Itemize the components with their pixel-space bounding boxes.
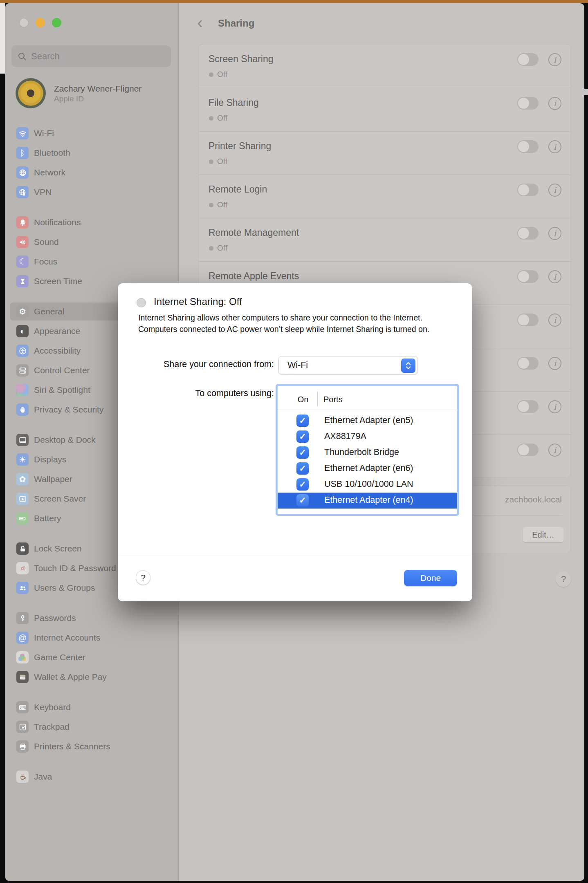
port-row-en4-selected[interactable]: ✓ Ethernet Adapter (en4)	[278, 493, 457, 509]
info-icon[interactable]: i	[548, 53, 561, 66]
service-toggle[interactable]	[517, 314, 539, 326]
info-icon[interactable]: i	[548, 444, 561, 457]
service-row-printer-sharing: Printer Sharing Off i	[199, 131, 570, 175]
fingerprint-icon	[16, 562, 29, 574]
status-dot	[209, 72, 213, 77]
sidebar-item-trackpad[interactable]: Trackpad	[5, 717, 179, 737]
service-row-remote-management: Remote Management Off i	[199, 218, 570, 261]
sidebar-item-label: Passwords	[34, 613, 76, 623]
avatar	[16, 78, 46, 108]
close-button[interactable]	[19, 18, 29, 27]
info-icon[interactable]: i	[548, 314, 561, 327]
port-row-ax88179a[interactable]: ✓ AX88179A	[278, 429, 457, 445]
column-header-ports: Ports	[323, 395, 343, 404]
info-icon[interactable]: i	[548, 227, 561, 240]
sidebar-item-label: Control Center	[34, 365, 90, 375]
port-row-en6[interactable]: ✓ Ethernet Adapter (en6)	[278, 461, 457, 477]
keyboard-icon	[16, 701, 29, 713]
port-row-thunderbolt-bridge[interactable]: ✓ Thunderbolt Bridge	[278, 445, 457, 461]
java-coffee-icon	[16, 771, 29, 783]
service-toggle[interactable]	[517, 184, 539, 196]
back-chevron-icon[interactable]: ‹	[194, 16, 206, 32]
status-text: Off	[217, 70, 227, 79]
service-toggle[interactable]	[517, 53, 539, 66]
sidebar-item-vpn[interactable]: VPN	[5, 182, 179, 202]
sidebar-item-internet-accounts[interactable]: @ Internet Accounts	[5, 628, 179, 648]
info-icon[interactable]: i	[548, 400, 561, 413]
sidebar-item-keyboard[interactable]: Keyboard	[5, 697, 179, 717]
service-name: Remote Management	[209, 227, 299, 238]
share-from-select[interactable]: Wi-Fi	[278, 356, 418, 374]
vpn-globe-icon	[16, 186, 29, 198]
dialog-title: Internet Sharing: Off	[154, 296, 242, 307]
status-text: Off	[217, 114, 227, 123]
sidebar-item-label: Displays	[34, 455, 66, 464]
desktop-window-icon	[16, 434, 29, 446]
users-icon	[16, 582, 29, 594]
service-toggle[interactable]	[517, 270, 539, 283]
info-icon[interactable]: i	[548, 97, 561, 110]
info-icon[interactable]: i	[548, 184, 561, 197]
service-toggle[interactable]	[517, 400, 539, 413]
sidebar-item-wifi[interactable]: Wi-Fi	[5, 123, 179, 143]
checkbox-checked-icon[interactable]: ✓	[296, 494, 309, 506]
done-button[interactable]: Done	[404, 570, 457, 586]
checkbox-checked-icon[interactable]: ✓	[296, 462, 309, 475]
sidebar-item-network[interactable]: Network	[5, 163, 179, 182]
sidebar-item-java[interactable]: Java	[5, 767, 179, 787]
sidebar-item-game-center[interactable]: Game Center	[5, 648, 179, 667]
checkbox-checked-icon[interactable]: ✓	[296, 446, 309, 459]
sidebar-item-passwords[interactable]: Passwords	[5, 608, 179, 628]
control-center-icon	[16, 364, 29, 377]
select-chevrons-icon	[401, 359, 415, 373]
sun-icon: ☀	[16, 453, 29, 466]
sidebar-item-label: Sound	[34, 237, 59, 247]
sidebar-item-bluetooth[interactable]: ᛒ Bluetooth	[5, 143, 179, 163]
key-icon	[16, 612, 29, 624]
sidebar-item-sound[interactable]: Sound	[5, 232, 179, 252]
sidebar-item-label: Users & Groups	[34, 583, 95, 593]
moon-icon: ☾	[16, 255, 29, 268]
service-toggle[interactable]	[517, 444, 539, 456]
service-toggle[interactable]	[517, 227, 539, 240]
info-icon[interactable]: i	[548, 270, 561, 283]
port-row-en5[interactable]: ✓ Ethernet Adapter (en5)	[278, 413, 457, 429]
siri-icon	[16, 384, 29, 396]
sidebar-item-label: Desktop & Dock	[34, 435, 96, 445]
checkbox-checked-icon[interactable]: ✓	[296, 415, 309, 427]
speaker-icon	[16, 236, 29, 248]
service-toggle[interactable]	[517, 357, 539, 370]
minimize-button[interactable]	[36, 18, 45, 27]
sidebar-item-notifications[interactable]: Notifications	[5, 213, 179, 232]
to-computers-label: To computers using:	[119, 388, 274, 399]
sidebar-item-focus[interactable]: ☾ Focus	[5, 252, 179, 271]
apple-id-row[interactable]: Zachary Wener-Fligner Apple ID	[16, 78, 171, 109]
zoom-button[interactable]	[52, 18, 61, 27]
help-button[interactable]: ?	[556, 571, 571, 587]
sidebar-item-label: Screen Time	[34, 276, 82, 286]
background-scrollbar-notch	[584, 89, 588, 95]
port-name: Thunderbolt Bridge	[324, 447, 399, 457]
dialog-help-button[interactable]: ?	[136, 570, 150, 585]
sidebar-item-printers[interactable]: Printers & Scanners	[5, 737, 179, 756]
search-input[interactable]	[31, 51, 154, 62]
search-field[interactable]	[11, 45, 171, 67]
info-icon[interactable]: i	[548, 140, 561, 153]
service-name: File Sharing	[209, 97, 259, 108]
service-toggle[interactable]	[517, 97, 539, 110]
status-dot	[209, 246, 213, 251]
edit-hostname-button[interactable]: Edit…	[523, 527, 563, 542]
port-name: Ethernet Adapter (en5)	[324, 415, 413, 426]
sidebar-item-wallet[interactable]: Wallet & Apple Pay	[5, 667, 179, 687]
sidebar-item-label: Wallet & Apple Pay	[34, 672, 107, 682]
port-row-usb-lan[interactable]: ✓ USB 10/100/1000 LAN	[278, 477, 457, 493]
service-toggle[interactable]	[517, 140, 539, 153]
column-header-on: On	[292, 395, 314, 404]
wifi-icon	[16, 127, 29, 139]
info-icon[interactable]: i	[548, 357, 561, 370]
status-text: Off	[217, 157, 227, 166]
ports-table[interactable]: On Ports ✓ Ethernet Adapter (en5) ✓ AX88…	[277, 385, 458, 514]
checkbox-checked-icon[interactable]: ✓	[296, 478, 309, 491]
checkbox-checked-icon[interactable]: ✓	[296, 430, 309, 443]
sidebar-item-label: Appearance	[34, 326, 80, 336]
